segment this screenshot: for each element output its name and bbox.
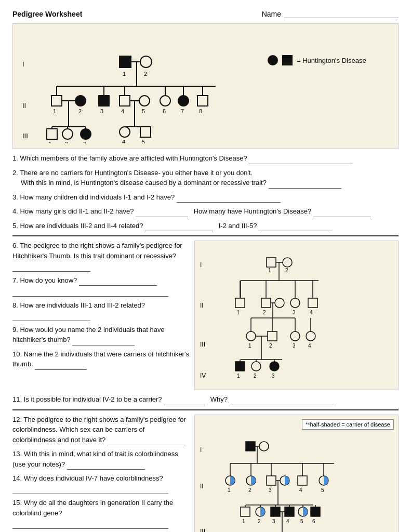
svg-point-89 (290, 331, 300, 341)
questions-section-2b: 11. Is it possible for individual IV-2 t… (12, 394, 399, 405)
divider-1 (12, 235, 399, 236)
q10-line: 10. Name the 2 individuals that were car… (12, 349, 189, 370)
svg-rect-139 (271, 507, 280, 516)
huntingtons-pedigree-svg: I II III 1 2 1 2 (18, 29, 257, 143)
q2b-text: With this in mind, is Huntington's disea… (21, 179, 267, 187)
colorblind-pedigree-svg: I II III IV 1 2 3 (199, 432, 365, 533)
svg-text:1: 1 (268, 268, 271, 273)
svg-text:8: 8 (199, 108, 202, 114)
svg-point-92 (306, 331, 315, 341)
svg-point-68 (275, 298, 284, 308)
svg-text:7: 7 (181, 108, 184, 114)
svg-text:2: 2 (258, 518, 261, 524)
svg-rect-17 (99, 96, 109, 106)
huntingtons-pedigree-section: I II III 1 2 1 2 (12, 23, 399, 149)
svg-text:3: 3 (100, 108, 103, 114)
svg-text:III: III (200, 341, 205, 348)
svg-text:3: 3 (269, 487, 272, 493)
colorblind-questions: 12. The pedigree to the right shows a fa… (12, 415, 189, 533)
svg-point-81 (246, 331, 256, 341)
svg-rect-148 (311, 507, 320, 516)
svg-text:1: 1 (237, 310, 240, 315)
svg-point-110 (259, 442, 269, 451)
svg-rect-64 (235, 298, 245, 308)
svg-text:5: 5 (142, 139, 145, 143)
name-line: Name (262, 9, 399, 18)
svg-text:2: 2 (248, 487, 251, 493)
svg-text:II: II (22, 102, 26, 110)
svg-text:4: 4 (286, 518, 289, 524)
svg-text:1: 1 (123, 71, 126, 77)
q15-line: 15. Why do all the daughters in generati… (12, 498, 189, 529)
q5-line: 5. How are individuals III-2 and II-4 re… (12, 221, 399, 232)
svg-text:2: 2 (144, 71, 147, 77)
svg-point-43 (81, 129, 91, 139)
q7-line: 7. How do you know? (12, 275, 189, 297)
svg-rect-10 (51, 96, 62, 106)
name-label: Name (262, 10, 281, 18)
page-header: Pedigree Worksheet Name (12, 9, 399, 18)
svg-text:3: 3 (272, 373, 275, 379)
svg-text:1: 1 (248, 343, 251, 349)
hitchhiker-questions: 6. The pedigree to the right shows a fam… (12, 241, 189, 394)
q11-line: 11. Is it possible for individual IV-2 t… (12, 394, 399, 405)
q1-line: 1. Which members of the family above are… (12, 153, 399, 164)
svg-point-13 (75, 96, 86, 106)
legend-label: = Huntington's Disease (297, 57, 366, 64)
svg-text:II: II (200, 302, 204, 309)
svg-point-23 (139, 96, 150, 106)
svg-text:1: 1 (237, 373, 240, 379)
svg-rect-84 (268, 331, 277, 341)
q11-text: 11. Is it possible for individual IV-2 t… (12, 395, 162, 403)
q4-line: 4. How many girls did II-1 and II-2 have… (12, 206, 399, 217)
svg-point-74 (290, 298, 300, 308)
colorblind-pedigree-section: **half-shaded = carrier of disease I II … (194, 415, 399, 533)
svg-rect-96 (235, 362, 245, 371)
name-underline (284, 9, 399, 18)
svg-text:4: 4 (308, 343, 311, 349)
q6-text: 6. The pedigree to the right shows a fam… (12, 242, 182, 260)
svg-point-102 (270, 362, 279, 371)
svg-point-99 (251, 362, 261, 371)
huntingtons-legend: = Huntington's Disease (268, 55, 366, 65)
svg-text:5: 5 (321, 487, 324, 493)
svg-text:3: 3 (272, 518, 275, 524)
q3-line: 3. How many children did individuals I-1… (12, 192, 399, 203)
svg-rect-20 (120, 96, 130, 106)
q6-line: 6. The pedigree to the right shows a fam… (12, 241, 189, 272)
q9-line: 9. How would you name the 2 individuals … (12, 325, 189, 345)
svg-point-5 (140, 56, 152, 68)
hitchhiker-pedigree-svg: I II III IV 1 2 1 2 (199, 245, 360, 385)
svg-point-40 (62, 129, 73, 139)
questions-section-1: 1. Which members of the family above are… (12, 153, 399, 231)
svg-text:4: 4 (299, 487, 302, 493)
svg-text:3: 3 (293, 343, 296, 349)
svg-rect-120 (267, 476, 276, 485)
svg-rect-67 (261, 298, 271, 308)
q2-line: 2. There are no carriers for Huntington'… (12, 168, 399, 189)
svg-text:III: III (200, 528, 205, 533)
svg-rect-77 (308, 298, 317, 308)
svg-text:1: 1 (53, 108, 56, 114)
svg-text:2: 2 (65, 141, 68, 143)
q1-text: 1. Which members of the family above are… (12, 154, 247, 162)
svg-text:4: 4 (121, 108, 124, 114)
svg-point-47 (120, 127, 130, 137)
svg-text:5: 5 (142, 108, 145, 114)
svg-text:IV: IV (200, 372, 206, 379)
svg-text:II: II (200, 483, 204, 490)
svg-text:2: 2 (78, 108, 82, 114)
q3-text: 3. How many children did individuals I-1… (12, 193, 175, 201)
svg-text:1: 1 (48, 141, 51, 143)
svg-text:5: 5 (300, 518, 303, 524)
q7-text: 7. How do you know? (12, 276, 77, 284)
svg-text:2: 2 (269, 343, 272, 349)
svg-point-30 (178, 96, 189, 106)
divider-2 (12, 409, 399, 410)
svg-rect-57 (267, 258, 276, 267)
q8-line: 8. How are individuals III-1 and III-2 r… (12, 300, 189, 321)
svg-text:III: III (22, 132, 28, 140)
svg-text:1: 1 (242, 518, 245, 524)
svg-text:6: 6 (163, 108, 166, 114)
svg-text:2: 2 (263, 310, 266, 315)
